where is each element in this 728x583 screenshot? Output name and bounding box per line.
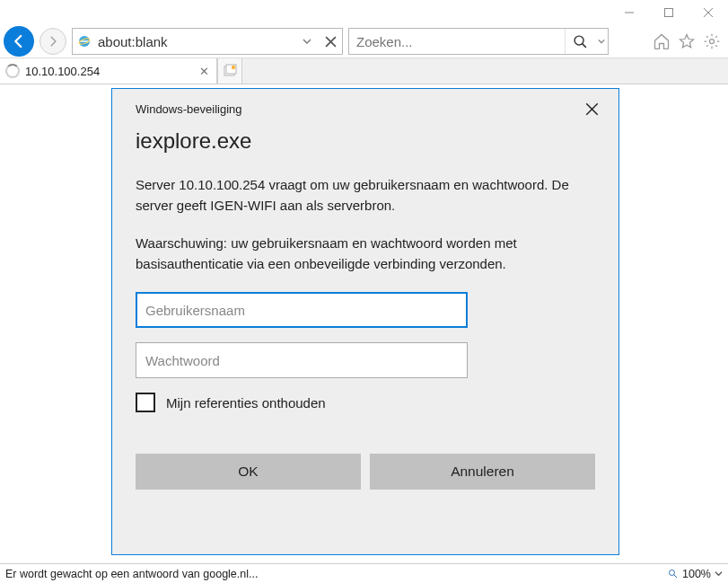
address-clear-icon[interactable] <box>319 29 342 54</box>
remember-label: Mijn referenties onthouden <box>166 395 326 411</box>
svg-rect-1 <box>665 9 673 17</box>
search-input[interactable] <box>349 34 565 49</box>
tab-active[interactable]: 10.10.100.254 ✕ <box>0 58 217 84</box>
remember-credentials-checkbox[interactable]: Mijn referenties onthouden <box>136 393 595 412</box>
dialog-header: Windows-beveiliging <box>112 89 618 128</box>
loading-spinner-icon <box>5 64 20 78</box>
dialog-buttons: OK Annuleren <box>136 454 595 490</box>
tab-close-icon[interactable]: ✕ <box>197 64 211 78</box>
forward-button[interactable] <box>39 28 66 55</box>
home-icon[interactable] <box>649 29 674 54</box>
zoom-value: 100% <box>682 568 711 580</box>
status-text: Er wordt gewacht op een antwoord van goo… <box>5 568 258 580</box>
new-tab-button[interactable] <box>217 58 242 84</box>
dialog-heading: iexplore.exe <box>136 128 595 154</box>
dialog-body: iexplore.exe Server 10.10.100.254 vraagt… <box>112 128 618 511</box>
password-input[interactable] <box>136 342 468 378</box>
address-dropdown-icon[interactable] <box>295 29 319 54</box>
zoom-dropdown-icon <box>715 570 723 578</box>
checkbox-box-icon <box>136 393 155 412</box>
dialog-title: Windows-beveiliging <box>136 102 579 116</box>
ok-button[interactable]: OK <box>136 454 361 490</box>
back-button[interactable] <box>4 26 34 57</box>
address-bar <box>72 28 343 55</box>
dialog-close-button[interactable] <box>579 96 604 121</box>
cancel-button[interactable]: Annuleren <box>370 454 595 490</box>
window-minimize-button[interactable] <box>610 0 649 25</box>
search-dropdown-icon[interactable] <box>595 38 608 45</box>
window-close-button[interactable] <box>689 0 728 25</box>
navigation-bar <box>0 25 728 57</box>
window-titlebar <box>0 0 728 25</box>
credentials-dialog: Windows-beveiliging iexplore.exe Server … <box>111 88 619 555</box>
svg-point-14 <box>670 570 675 575</box>
window-maximize-button[interactable] <box>649 0 689 25</box>
svg-line-9 <box>583 43 586 47</box>
toolbar-icons <box>649 29 724 54</box>
svg-point-13 <box>232 66 235 69</box>
dialog-message-1: Server 10.10.100.254 vraagt om uw gebrui… <box>136 175 595 216</box>
zoom-control[interactable]: 100% <box>668 568 723 580</box>
svg-point-10 <box>710 40 715 44</box>
search-bar <box>348 28 609 55</box>
tab-title: 10.10.100.254 <box>25 65 191 78</box>
username-input[interactable] <box>136 292 468 328</box>
svg-line-15 <box>674 575 677 578</box>
dialog-message-2: Waarschuwing: uw gebruikersnaam en wacht… <box>136 234 595 274</box>
zoom-icon <box>668 569 679 579</box>
settings-icon[interactable] <box>699 29 724 54</box>
status-bar: Er wordt gewacht op een antwoord van goo… <box>0 563 728 583</box>
favorites-icon[interactable] <box>674 29 699 54</box>
tab-bar: 10.10.100.254 ✕ <box>0 57 728 84</box>
search-button[interactable] <box>565 29 595 54</box>
address-input[interactable] <box>96 34 295 49</box>
svg-point-8 <box>575 36 583 45</box>
ie-logo-icon <box>73 30 96 53</box>
